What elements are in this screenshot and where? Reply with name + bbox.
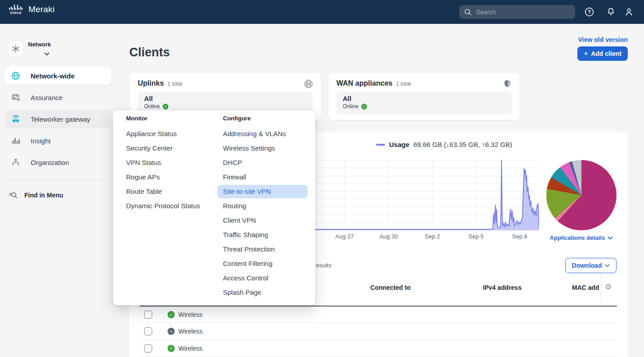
chevron-down-icon bbox=[605, 264, 610, 267]
applications-details-link[interactable]: Applications details bbox=[544, 234, 619, 241]
account-icon[interactable] bbox=[624, 7, 634, 17]
sidebar-item-label: Network-wide bbox=[31, 72, 75, 80]
row-checkbox[interactable] bbox=[144, 311, 152, 319]
network-hub-icon bbox=[11, 44, 20, 53]
connection-type: Wireless bbox=[178, 311, 203, 318]
x-tick-label: Aug 27 bbox=[327, 233, 363, 240]
menu-item-addressing-vlans[interactable]: Addressing & VLANs bbox=[223, 127, 318, 141]
shield-icon bbox=[503, 78, 512, 91]
menu-item-security-center[interactable]: Security Center bbox=[126, 141, 214, 156]
wan-all-item[interactable]: All Online ✓ bbox=[336, 92, 512, 114]
download-button[interactable]: Download bbox=[565, 258, 617, 273]
connection-type: Wireless bbox=[178, 328, 203, 335]
search-input[interactable] bbox=[476, 9, 566, 16]
x-tick-label: Aug 30 bbox=[371, 233, 407, 240]
table-row[interactable]: − Wireless bbox=[140, 323, 617, 340]
card-item-label: All bbox=[144, 95, 307, 102]
online-check-icon: ✓ bbox=[168, 311, 175, 318]
plus-icon: + bbox=[584, 49, 588, 58]
menu-item-client-vpn[interactable]: Client VPN bbox=[223, 213, 318, 228]
network-selector-button[interactable] bbox=[8, 41, 24, 57]
menu-section-title: Configure bbox=[223, 114, 318, 123]
sidebar-item-assurance[interactable]: Assurance bbox=[5, 88, 111, 106]
gear-icon[interactable]: ⚙ bbox=[605, 282, 612, 292]
sidebar-item-label: Organization bbox=[31, 159, 69, 166]
find-in-menu-icon bbox=[8, 190, 18, 200]
card-item-label: All bbox=[343, 95, 505, 102]
menu-item-access-control[interactable]: Access Control bbox=[223, 271, 318, 285]
add-client-button[interactable]: + Add client bbox=[577, 46, 628, 61]
legend-title: Usage bbox=[389, 141, 409, 148]
sidebar-divider bbox=[5, 179, 108, 180]
menu-column-configure: Configure Addressing & VLANsWireless Set… bbox=[223, 114, 318, 300]
menu-item-content-filtering[interactable]: Content Filtering bbox=[223, 256, 318, 271]
view-old-version-link[interactable]: View old version bbox=[577, 36, 628, 43]
online-check-icon: ✓ bbox=[361, 104, 367, 110]
menu-item-wireless-settings[interactable]: Wireless Settings bbox=[223, 141, 318, 156]
network-selector-label: Network bbox=[28, 41, 51, 48]
menu-item-dhcp[interactable]: DHCP bbox=[223, 156, 318, 170]
menu-item-appliance-status[interactable]: Appliance Status bbox=[126, 127, 214, 141]
menu-item-threat-protection[interactable]: Threat Protection bbox=[223, 242, 318, 256]
brand-name: Meraki bbox=[28, 5, 54, 14]
offline-minus-icon: − bbox=[168, 328, 175, 335]
find-in-menu-label: Find in Menu bbox=[24, 192, 63, 199]
menu-item-firewall[interactable]: Firewall bbox=[223, 170, 318, 184]
x-tick-label: Sep 8 bbox=[502, 233, 538, 240]
status-label: Online bbox=[343, 103, 358, 110]
table-row[interactable]: ✓ Wireless bbox=[140, 307, 617, 323]
status-label: Online bbox=[144, 103, 160, 110]
column-header-mac[interactable]: MAC add bbox=[572, 284, 600, 291]
assurance-pulse-icon bbox=[11, 92, 21, 102]
sidebar-item-teleworker-gateway[interactable]: Teleworker gateway bbox=[5, 110, 111, 128]
sidebar-item-label: Insight bbox=[31, 137, 50, 145]
sidebar-item-insight[interactable]: Insight bbox=[5, 132, 111, 150]
usage-legend: Usage 69.66 GB (↓63.35 GB, ↑6.32 GB) bbox=[376, 141, 512, 148]
menu-column-monitor: Monitor Appliance StatusSecurity CenterV… bbox=[126, 114, 214, 213]
online-check-icon: ✓ bbox=[163, 104, 168, 110]
menu-item-dynamic-protocol-status[interactable]: Dynamic Protocol Status bbox=[126, 199, 214, 213]
row-checkbox[interactable] bbox=[144, 344, 152, 352]
cisco-logo-icon: cisco bbox=[9, 4, 23, 15]
card-count: 1 total bbox=[168, 81, 182, 87]
connection-type: Wireless bbox=[178, 345, 203, 352]
sidebar-item-network-wide[interactable]: Network-wide bbox=[5, 67, 111, 85]
bar-chart-icon bbox=[11, 136, 21, 146]
search-icon bbox=[464, 8, 472, 16]
legend-dash-icon bbox=[376, 144, 385, 146]
clients-table: ✓ Wireless − Wireless ✓ Wireless bbox=[140, 307, 617, 357]
find-in-menu[interactable]: Find in Menu bbox=[8, 186, 63, 204]
global-search[interactable] bbox=[459, 5, 575, 19]
menu-item-vpn-status[interactable]: VPN Status bbox=[126, 156, 214, 170]
menu-item-route-table[interactable]: Route Table bbox=[126, 184, 214, 199]
column-header-connected-to[interactable]: Connected to bbox=[354, 284, 426, 291]
teleworker-gateway-flyout-menu: Monitor Appliance StatusSecurity CenterV… bbox=[113, 110, 315, 305]
x-tick-label: Sep 2 bbox=[414, 233, 450, 240]
chevron-down-icon bbox=[608, 236, 613, 240]
chevron-down-icon[interactable] bbox=[44, 50, 50, 58]
menu-item-routing[interactable]: Routing bbox=[223, 199, 318, 213]
column-header-ipv4[interactable]: IPv4 address bbox=[466, 284, 538, 291]
online-check-icon: ✓ bbox=[168, 345, 175, 352]
wan-appliances-card: WAN appliances 1 total All Online ✓ bbox=[328, 72, 520, 120]
menu-item-splash-page[interactable]: Splash Page bbox=[223, 285, 318, 300]
table-row[interactable]: ✓ Wireless bbox=[140, 340, 617, 357]
applications-pie-chart bbox=[546, 160, 617, 230]
menu-section-title: Monitor bbox=[126, 114, 214, 123]
card-count: 1 total bbox=[396, 81, 411, 87]
globe-icon bbox=[303, 78, 314, 91]
help-icon[interactable]: ? bbox=[584, 7, 594, 17]
teleworker-router-icon bbox=[11, 114, 21, 124]
menu-item-site-to-site-vpn[interactable]: Site-to-site VPN bbox=[218, 185, 308, 198]
globe-network-icon bbox=[11, 71, 21, 81]
menu-item-rogue-aps[interactable]: Rogue APs bbox=[126, 170, 214, 184]
svg-text:?: ? bbox=[588, 9, 591, 14]
menu-item-traffic-shaping[interactable]: Traffic Shaping bbox=[223, 228, 318, 242]
top-bar: cisco Meraki ? bbox=[0, 0, 644, 24]
sidebar-item-organization[interactable]: Organization bbox=[5, 153, 111, 171]
bell-icon[interactable] bbox=[606, 7, 616, 17]
column-separator bbox=[601, 271, 601, 303]
card-title: Uplinks bbox=[138, 79, 164, 87]
sidebar-item-label: Assurance bbox=[31, 94, 63, 101]
row-checkbox[interactable] bbox=[144, 327, 152, 335]
